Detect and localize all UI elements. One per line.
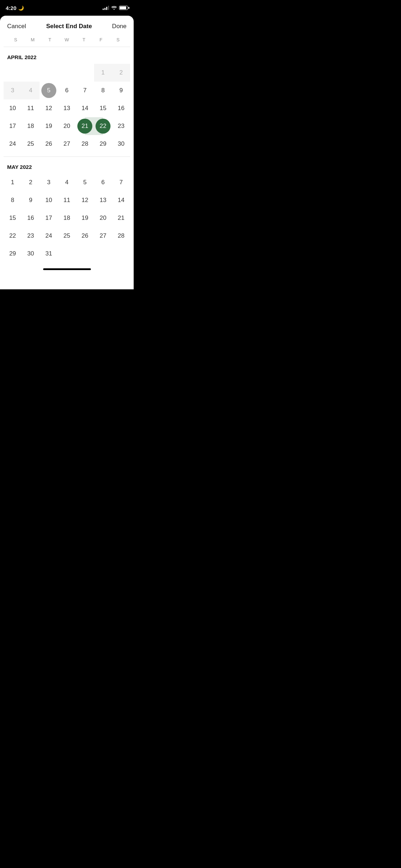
status-bar: 4:20 🌙	[0, 0, 134, 16]
status-right	[103, 5, 128, 11]
moon-icon: 🌙	[18, 5, 24, 11]
day-cell[interactable]: 18	[58, 209, 76, 227]
day-cell[interactable]: 27	[58, 135, 76, 153]
day-cell[interactable]: 12	[40, 99, 58, 117]
day-cell[interactable]: 14	[112, 191, 130, 209]
day-cell[interactable]: 18	[22, 117, 40, 135]
battery-icon	[119, 6, 128, 10]
weekday-header: S M T W T F S	[4, 36, 130, 47]
empty-cell	[76, 64, 94, 82]
day-cell: 3	[4, 82, 22, 99]
done-button[interactable]: Done	[112, 23, 127, 30]
day-cell[interactable]: 5	[76, 174, 94, 191]
day-cell[interactable]: 25	[58, 227, 76, 245]
empty-cell	[22, 64, 40, 82]
day-cell[interactable]: 24	[4, 135, 22, 153]
day-cell[interactable]: 19	[76, 209, 94, 227]
date-picker-modal: Cancel Select End Date Done S M T W T F …	[0, 16, 134, 289]
day-cell[interactable]: 5	[40, 82, 58, 99]
day-cell[interactable]: 12	[76, 191, 94, 209]
weekday-sat: S	[109, 36, 127, 44]
day-cell[interactable]: 15	[94, 99, 112, 117]
day-cell[interactable]: 9	[22, 191, 40, 209]
day-cell[interactable]: 26	[40, 135, 58, 153]
day-cell[interactable]: 28	[76, 135, 94, 153]
empty-cell	[40, 64, 58, 82]
may-2022-grid: 1234567891011121314151617181920212223242…	[4, 174, 130, 263]
day-cell[interactable]: 14	[76, 99, 94, 117]
day-cell[interactable]: 2	[22, 174, 40, 191]
day-cell[interactable]: 4	[58, 174, 76, 191]
modal-header: Cancel Select End Date Done	[0, 16, 134, 36]
april-2022-label: APRIL 2022	[4, 47, 130, 64]
cancel-button[interactable]: Cancel	[7, 23, 26, 30]
day-cell[interactable]: 13	[58, 99, 76, 117]
day-cell[interactable]: 3	[40, 174, 58, 191]
day-cell[interactable]: 21	[112, 209, 130, 227]
day-cell[interactable]: 15	[4, 209, 22, 227]
day-cell[interactable]: 1	[4, 174, 22, 191]
day-cell: 1	[94, 64, 112, 82]
april-2022-section: APRIL 2022 12345678910111213141516171819…	[0, 47, 134, 153]
day-cell[interactable]: 31	[40, 245, 58, 263]
day-cell[interactable]: 6	[58, 82, 76, 99]
day-cell[interactable]: 21	[76, 117, 94, 135]
day-cell[interactable]: 11	[58, 191, 76, 209]
empty-cell	[4, 64, 22, 82]
day-cell[interactable]: 8	[94, 82, 112, 99]
day-cell[interactable]: 28	[112, 227, 130, 245]
day-cell[interactable]: 9	[112, 82, 130, 99]
modal-title: Select End Date	[46, 23, 92, 30]
day-cell[interactable]: 25	[22, 135, 40, 153]
day-cell[interactable]: 8	[4, 191, 22, 209]
day-cell[interactable]: 30	[112, 135, 130, 153]
day-cell[interactable]: 20	[94, 209, 112, 227]
day-cell[interactable]: 20	[58, 117, 76, 135]
day-cell[interactable]: 17	[4, 117, 22, 135]
day-cell[interactable]: 23	[112, 117, 130, 135]
day-cell: 4	[22, 82, 40, 99]
weekday-mon: M	[24, 36, 41, 44]
empty-cell	[58, 64, 76, 82]
april-2022-grid: 1234567891011121314151617181920212223242…	[4, 64, 130, 153]
day-cell[interactable]: 7	[112, 174, 130, 191]
weekday-thu: T	[75, 36, 92, 44]
status-time: 4:20 🌙	[6, 5, 24, 11]
day-cell[interactable]: 23	[22, 227, 40, 245]
may-2022-section: MAY 2022 1234567891011121314151617181920…	[0, 157, 134, 263]
day-cell[interactable]: 24	[40, 227, 58, 245]
weekday-wed: W	[58, 36, 76, 44]
day-cell[interactable]: 7	[76, 82, 94, 99]
home-indicator	[43, 268, 91, 270]
day-cell[interactable]: 6	[94, 174, 112, 191]
day-cell[interactable]: 26	[76, 227, 94, 245]
day-cell[interactable]: 11	[22, 99, 40, 117]
day-cell[interactable]: 13	[94, 191, 112, 209]
day-cell[interactable]: 10	[4, 99, 22, 117]
day-cell[interactable]: 16	[22, 209, 40, 227]
day-cell[interactable]: 17	[40, 209, 58, 227]
weekday-fri: F	[92, 36, 109, 44]
weekday-sun: S	[7, 36, 24, 44]
day-cell: 2	[112, 64, 130, 82]
day-cell[interactable]: 22	[4, 227, 22, 245]
may-2022-label: MAY 2022	[4, 157, 130, 174]
weekday-tue: T	[41, 36, 58, 44]
day-cell[interactable]: 30	[22, 245, 40, 263]
day-cell[interactable]: 27	[94, 227, 112, 245]
day-cell[interactable]: 29	[4, 245, 22, 263]
day-cell[interactable]: 22	[94, 117, 112, 135]
day-cell[interactable]: 10	[40, 191, 58, 209]
day-cell[interactable]: 16	[112, 99, 130, 117]
day-cell[interactable]: 19	[40, 117, 58, 135]
day-cell[interactable]: 29	[94, 135, 112, 153]
signal-bars-icon	[103, 6, 109, 10]
wifi-icon	[111, 5, 117, 11]
